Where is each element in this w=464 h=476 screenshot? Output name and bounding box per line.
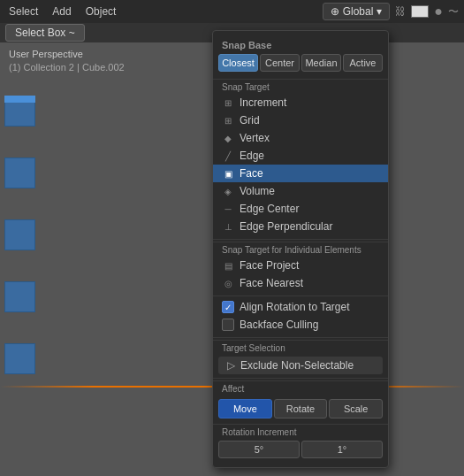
affect-scale[interactable]: Scale (329, 399, 383, 418)
snap-base-median[interactable]: Median (301, 54, 341, 72)
affect-title: Affect (213, 380, 388, 395)
snap-target-volume[interactable]: ◈ Volume (213, 182, 388, 200)
snap-target-grid[interactable]: ⊞ Grid (213, 111, 388, 129)
backface-culling-label: Backface Culling (240, 319, 318, 331)
target-divider (213, 337, 388, 338)
snap-base-closest[interactable]: Closest (218, 54, 258, 72)
grid-icon: ⊞ (222, 114, 234, 127)
align-rotation-checkbox[interactable] (222, 301, 234, 313)
top-bar: Select Add Object ⊕ Global ▾ ⛓ ● 〜 (0, 0, 464, 23)
chevron-icon: ▾ (377, 5, 382, 18)
snap-target-edge-perp[interactable]: ⊥ Edge Perpendicular (213, 218, 388, 235)
exclude-button[interactable]: ▷ Exclude Non-Selectable (218, 357, 383, 374)
exclude-icon: ▷ (227, 359, 235, 372)
object-menu[interactable]: Object (82, 4, 120, 19)
edge-perp-icon: ⊥ (222, 220, 234, 233)
snap-target-edge-center[interactable]: ─ Edge Center (213, 200, 388, 218)
volume-icon: ◈ (222, 185, 234, 197)
perspective-label: User Perspective (9, 48, 125, 61)
snap-base-title: Snap Base (213, 38, 388, 54)
affect-row: Move Rotate Scale (213, 395, 388, 422)
snap-target-face[interactable]: ▣ Face (213, 165, 388, 182)
snap-base-center[interactable]: Center (260, 54, 300, 72)
add-menu[interactable]: Add (49, 4, 74, 19)
snap-individual-face-project[interactable]: ▤ Face Project (213, 257, 388, 274)
snap-individual-face-nearest[interactable]: ◎ Face Nearest (213, 274, 388, 292)
circle-icon: ● (434, 4, 443, 19)
rotation-increment-title: Rotation Increment (213, 424, 388, 439)
edge-center-icon: ─ (222, 203, 234, 215)
global-label: Global (343, 5, 374, 18)
collection-label: (1) Collection 2 | Cube.002 (9, 61, 125, 74)
snap-target-increment[interactable]: ⊞ Increment (213, 94, 388, 111)
face-icon: ▣ (222, 167, 234, 180)
snap-target-title: Snap Target (213, 79, 388, 94)
vertex-icon: ◆ (222, 132, 234, 144)
increment-field-1[interactable]: 5° (218, 441, 300, 458)
snap-base-row: Closest Center Median Active (213, 54, 388, 77)
viewport-info: User Perspective (1) Collection 2 | Cube… (9, 48, 125, 75)
link-icon: ⛓ (395, 5, 406, 18)
edge-icon: ╱ (222, 150, 234, 162)
snap-target-vertex[interactable]: ◆ Vertex (213, 129, 388, 147)
increment-field-2[interactable]: 1° (301, 441, 383, 458)
select-menu[interactable]: Select (5, 4, 42, 19)
snap-target-edge[interactable]: ╱ Edge (213, 147, 388, 165)
target-selection-title: Target Selection (213, 340, 388, 355)
exclude-label: Exclude Non-Selectable (240, 359, 354, 372)
wave-icon: 〜 (448, 4, 459, 19)
affect-divider (213, 378, 388, 379)
select-box-button[interactable]: Select Box ~ (5, 24, 85, 42)
affect-move[interactable]: Move (218, 399, 272, 418)
global-icon: ⊕ (331, 5, 339, 18)
snap-panel: Snap Base Closest Center Median Active S… (212, 30, 389, 468)
backface-culling-checkbox[interactable] (222, 319, 234, 331)
backface-culling-row[interactable]: Backface Culling (213, 316, 388, 334)
individual-title: Snap Target for Individual Elements (213, 242, 388, 257)
increment-row: 5° 1° (213, 439, 388, 462)
affect-rotate[interactable]: Rotate (274, 399, 328, 418)
increment-icon: ⊞ (222, 96, 234, 109)
snap-base-active[interactable]: Active (343, 54, 383, 72)
individual-divider (213, 239, 388, 240)
global-button[interactable]: ⊕ Global ▾ (323, 3, 391, 20)
face-nearest-icon: ◎ (222, 277, 234, 289)
align-rotation-row[interactable]: Align Rotation to Target (213, 298, 388, 316)
align-divider (213, 296, 388, 296)
face-project-icon: ▤ (222, 259, 234, 272)
align-rotation-label: Align Rotation to Target (240, 301, 350, 313)
